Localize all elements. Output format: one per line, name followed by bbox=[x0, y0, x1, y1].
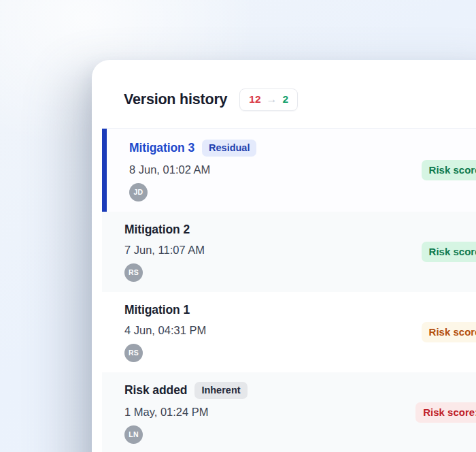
page-background: Version history 12 → 2 Mitigation 3 Resi… bbox=[0, 0, 476, 452]
row-content: Risk added Inherent 1 May, 01:24 PM LN bbox=[124, 382, 248, 444]
avatar: RS bbox=[124, 263, 143, 282]
page-title: Version history bbox=[124, 91, 227, 108]
row-title: Mitigation 3 bbox=[129, 141, 194, 155]
row-title: Risk added bbox=[124, 383, 187, 398]
arrow-right-icon: → bbox=[267, 94, 277, 105]
version-history-card: Version history 12 → 2 Mitigation 3 Resi… bbox=[92, 60, 476, 452]
avatar: RS bbox=[124, 344, 143, 362]
version-row-mitigation-1[interactable]: Mitigation 1 4 Jun, 04:31 PM RS Risk sco… bbox=[102, 292, 476, 372]
version-row-mitigation-2[interactable]: Mitigation 2 7 Jun, 11:07 AM RS Risk sco… bbox=[102, 212, 476, 292]
row-content: Mitigation 1 4 Jun, 04:31 PM RS bbox=[124, 303, 206, 362]
version-row-risk-added[interactable]: Risk added Inherent 1 May, 01:24 PM LN R… bbox=[102, 372, 476, 452]
inherent-badge: Inherent bbox=[194, 382, 247, 399]
version-row-mitigation-3[interactable]: Mitigation 3 Residual 8 Jun, 01:02 AM JD… bbox=[102, 128, 476, 212]
row-date: 1 May, 01:24 PM bbox=[124, 406, 248, 419]
row-date: 4 Jun, 04:31 PM bbox=[124, 324, 206, 337]
residual-badge: Residual bbox=[202, 140, 256, 157]
row-content: Mitigation 2 7 Jun, 11:07 AM RS bbox=[124, 223, 205, 282]
row-content: Mitigation 3 Residual 8 Jun, 01:02 AM JD bbox=[129, 140, 256, 201]
row-date: 7 Jun, 11:07 AM bbox=[124, 244, 205, 257]
score-change-from: 12 bbox=[249, 93, 260, 106]
version-list: Mitigation 3 Residual 8 Jun, 01:02 AM JD… bbox=[102, 128, 476, 452]
score-change-to: 2 bbox=[283, 93, 289, 106]
risk-score-badge: Risk score: 2 bbox=[422, 160, 476, 180]
score-change-chip: 12 → 2 bbox=[239, 88, 298, 111]
avatar: LN bbox=[124, 425, 143, 444]
row-title: Mitigation 2 bbox=[124, 223, 190, 237]
risk-score-badge: Risk score: 4 bbox=[422, 242, 476, 262]
selected-indicator-bar bbox=[102, 129, 107, 212]
avatar: JD bbox=[129, 183, 148, 201]
risk-score-badge: Risk score: 6 bbox=[422, 322, 476, 342]
card-header: Version history 12 → 2 bbox=[92, 60, 476, 128]
row-title: Mitigation 1 bbox=[124, 303, 190, 317]
risk-score-badge: Risk score: 12 bbox=[415, 402, 476, 423]
row-date: 8 Jun, 01:02 AM bbox=[129, 163, 256, 176]
